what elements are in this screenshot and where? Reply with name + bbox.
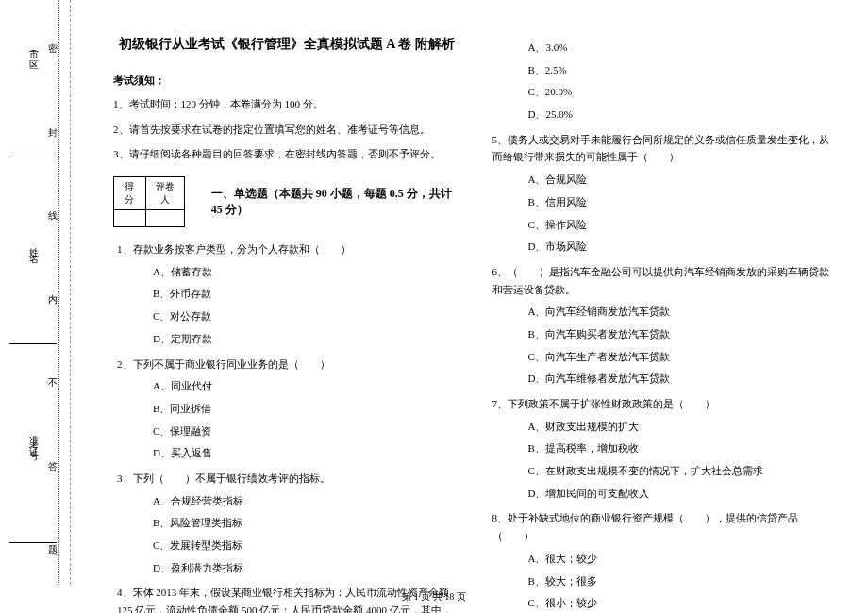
seal-char: 内 (45, 287, 58, 298)
seal-char: 线 (45, 203, 58, 214)
seal-char: 密 (45, 36, 58, 47)
seal-char: 题 (45, 538, 58, 549)
notice-line: 1、考试时间：120 分钟，本卷满分为 100 分。 (113, 95, 460, 113)
option: B、同业拆借 (153, 400, 460, 418)
option: A、财政支出规模的扩大 (528, 418, 836, 436)
option: D、买入返售 (153, 444, 460, 462)
option: B、信用风险 (528, 193, 836, 211)
question-text: 3、下列（ ）不属于银行绩效考评的指标。 (113, 470, 460, 488)
seal-line-text: 密 封 线 内 不 答 题 (45, 0, 58, 585)
notice-header: 考试须知： (113, 74, 460, 88)
option: A、同业代付 (153, 377, 460, 395)
option: C、向汽车生产者发放汽车贷款 (528, 348, 836, 366)
notice-line: 3、请仔细阅读各种题目的回答要求，在密封线内答题，否则不予评分。 (113, 145, 460, 163)
section1-header: 一、单选题（本题共 90 小题，每题 0.5 分，共计 45 分） (211, 186, 460, 218)
option: D、增加民间的可支配收入 (528, 485, 836, 503)
option: B、风险管理类指标 (153, 514, 460, 532)
question-text: 2、下列不属于商业银行同业业务的是（ ） (113, 356, 460, 373)
score-section-row: 得分 评卷人 一、单选题（本题共 90 小题，每题 0.5 分，共计 45 分） (113, 176, 460, 227)
left-column: 初级银行从业考试《银行管理》全真模拟试题 A 卷 附解析 考试须知： 1、考试时… (99, 9, 475, 575)
score-header-score: 得分 (114, 177, 146, 210)
right-column: A、3.0% B、2.5% C、20.0% D、25.0% 5、债务人或交易对手… (475, 9, 850, 575)
option: D、盈利潜力类指标 (153, 559, 460, 577)
question-text: 8、处于补缺式地位的商业银行资产规模（ ），提供的信贷产品（ ） (489, 509, 836, 544)
option: D、市场风险 (528, 238, 836, 256)
margin-label-name: 姓名 (26, 240, 40, 252)
option: C、很小；较少 (528, 594, 836, 612)
option: D、向汽车维修者发放汽车贷款 (528, 370, 836, 388)
option: C、保理融资 (153, 422, 460, 440)
option: C、对公存款 (153, 307, 460, 325)
margin-label-id: 准考证号 (26, 427, 40, 450)
question-text: 6、（ ）是指汽车金融公司可以提供向汽车经销商发放的采购车辆贷款和营运设备贷款。 (489, 263, 836, 298)
question-text: 7、下列政策不属于扩张性财政政策的是（ ） (489, 395, 836, 413)
option: B、提高税率，增加税收 (528, 439, 836, 457)
option: B、外币存款 (153, 285, 460, 303)
margin-label-region: 市（区） (26, 41, 40, 64)
option: A、合规经营类指标 (153, 492, 460, 510)
option: A、储蓄存款 (153, 263, 460, 281)
seal-char: 答 (45, 454, 58, 465)
option: D、定期存款 (153, 330, 460, 348)
option: C、发展转型类指标 (153, 537, 460, 555)
score-cell (114, 210, 146, 227)
seal-char: 不 (45, 371, 58, 382)
question-text: 5、债务人或交易对手未能履行合同所规定的义务或信任质量发生变化，从而给银行带来损… (489, 131, 836, 166)
option: A、合规风险 (528, 171, 836, 189)
option: A、向汽车经销商发放汽车贷款 (528, 303, 836, 321)
option: A、3.0% (528, 39, 836, 57)
notice-line: 2、请首先按要求在试卷的指定位置填写您的姓名、准考证号等信息。 (113, 121, 460, 139)
score-table: 得分 评卷人 (113, 176, 185, 227)
seal-char: 封 (45, 120, 58, 131)
option: A、很大；较少 (528, 550, 836, 568)
option: B、2.5% (528, 61, 836, 79)
option: B、较大；很多 (528, 572, 836, 590)
score-header-grader: 评卷人 (145, 177, 184, 210)
option: B、向汽车购买者发放汽车贷款 (528, 325, 836, 343)
option: C、操作风险 (528, 216, 836, 234)
content-area: 初级银行从业考试《银行管理》全真模拟试题 A 卷 附解析 考试须知： 1、考试时… (71, 0, 868, 585)
option: D、25.0% (528, 106, 836, 124)
binding-margin: 市（区） 姓名 准考证号 密 封 线 内 不 答 题 (0, 0, 71, 585)
option: C、在财政支出规模不变的情况下，扩大社会总需求 (528, 462, 836, 480)
option: C、20.0% (528, 83, 836, 101)
exam-title: 初级银行从业考试《银行管理》全真模拟试题 A 卷 附解析 (113, 36, 460, 53)
question-text: 1、存款业务按客户类型，分为个人存款和（ ） (113, 240, 460, 258)
seal-dotted-line (58, 0, 59, 585)
score-cell (145, 210, 184, 227)
